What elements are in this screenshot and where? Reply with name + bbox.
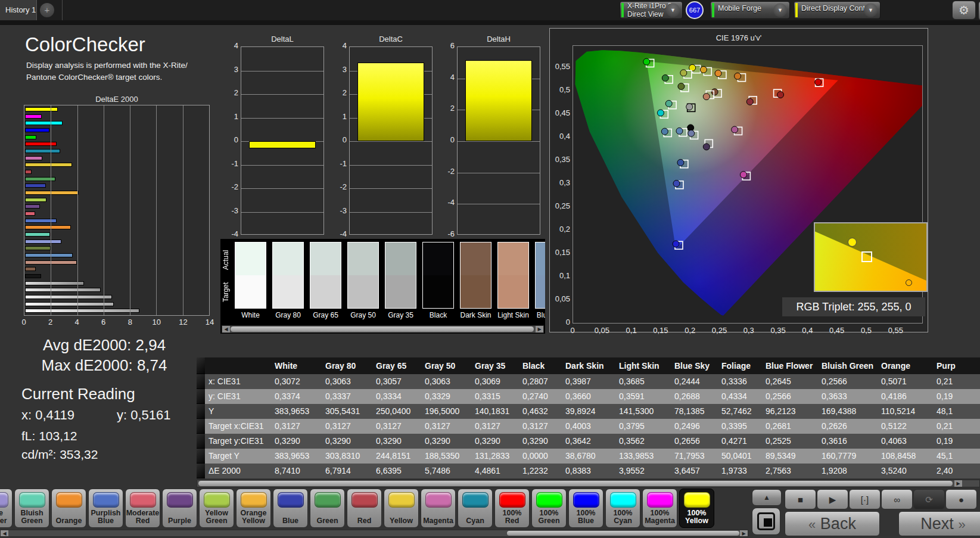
patch-button-100-blue[interactable]: 100% Blue (568, 489, 603, 528)
meter-dropdown[interactable]: X-Rite i1Pro 3 Direct View ▼ (620, 1, 683, 19)
axis-tick-label: 6 (439, 41, 455, 50)
chevron-down-icon[interactable]: ▼ (864, 4, 878, 17)
loop-button[interactable]: ∞ (881, 489, 913, 509)
scroll-left-icon[interactable]: ◀ (222, 326, 230, 332)
patch-color-swatch (241, 492, 267, 508)
patch-button-purplish-blue[interactable]: Purplish Blue (88, 489, 123, 528)
table-scrollbar[interactable]: ▶ (197, 480, 980, 487)
patch-label: 100% Magenta (643, 508, 677, 527)
patch-button-orange[interactable]: Orange (51, 489, 86, 528)
swatch-label: Light Skin (497, 311, 529, 319)
gridline (350, 165, 432, 166)
patch-button-yellow[interactable]: Yellow (384, 489, 419, 528)
row-label: Target y:CIE31 (205, 434, 271, 449)
record-button[interactable]: ● (945, 489, 977, 509)
table-edge-cell (197, 464, 205, 478)
play-button[interactable]: ▶ (817, 489, 848, 509)
patch-label: Purplish Blue (89, 508, 123, 527)
axis-tick-label: 0,45 (550, 108, 570, 117)
refresh-button[interactable]: ⟳ (913, 489, 945, 509)
patch-scrollbar[interactable]: ◀ ▶ (0, 530, 748, 537)
axis-tick-label: 0,25 (712, 326, 727, 335)
swatch-box (460, 242, 491, 309)
patch-button-moderate-red[interactable]: Moderate Red (125, 489, 160, 528)
deltae-bar-orange (25, 225, 71, 229)
swatch-label: Gray 65 (310, 311, 341, 319)
scrollbar-thumb[interactable] (231, 326, 534, 332)
patch-color-swatch (499, 492, 525, 508)
swatch-actual (536, 242, 545, 275)
cie-measured-point (662, 74, 668, 81)
scroll-right-icon[interactable]: ▶ (536, 326, 543, 332)
tab-history-1[interactable]: History 1 (0, 0, 37, 20)
cie-zoom-inset (814, 222, 928, 292)
table-cell: 0,2645 (762, 374, 818, 389)
patch-button-100-red[interactable]: 100% Red (494, 489, 530, 528)
gear-icon[interactable]: ⚙ (952, 1, 976, 20)
back-button[interactable]: « Back (785, 511, 880, 536)
table-cell: 110,5214 (878, 404, 933, 419)
swatch-label: Blue Sky (535, 311, 545, 319)
control-dropdown[interactable]: Direct Display Control ▼ (794, 1, 881, 19)
table-cell: 3,5240 (878, 464, 933, 478)
axis-tick-label: -3 (331, 206, 347, 215)
delta-bar (465, 60, 532, 141)
scrollbar-thumb[interactable] (198, 481, 953, 486)
table-cell: 0,2740 (519, 389, 562, 404)
patch-button-red[interactable]: Red (347, 489, 382, 528)
swatch-scrollbar[interactable]: ◀ ▶ (222, 325, 544, 333)
table-cell: 141,5300 (615, 404, 671, 419)
patch-button-magenta[interactable]: Magenta (421, 489, 456, 528)
scroll-right-icon[interactable]: ▶ (740, 530, 748, 536)
scroll-right-icon[interactable]: ▶ (954, 480, 962, 487)
step-range-button[interactable]: [·] (849, 489, 881, 509)
gridline (350, 212, 432, 213)
patch-label: 100% Blue (569, 508, 603, 527)
stop-pattern-button[interactable] (752, 508, 780, 535)
swatch-gray-35: Gray 35 (385, 242, 416, 319)
chevron-down-icon[interactable]: ▼ (666, 4, 680, 17)
scroll-left-icon[interactable]: ◀ (1, 530, 8, 536)
patch-label: Bluish Green (15, 508, 49, 527)
table-cell: 303,8310 (322, 449, 372, 464)
scroll-up-button[interactable]: ▲ (752, 489, 782, 506)
patch-button-blue-flower[interactable]: Blue Flower (0, 489, 13, 528)
axis-tick-label: 0,15 (550, 248, 570, 257)
table-edge-cell (197, 357, 205, 374)
patch-button-orange-yellow[interactable]: Orange Yellow (236, 489, 271, 528)
patch-button-100-yellow[interactable]: 100% Yellow (679, 489, 714, 528)
patch-label: Orange Yellow (237, 508, 270, 527)
row-label: ΔE 2000 (205, 464, 271, 478)
scrollbar-thumb[interactable] (507, 531, 739, 536)
patch-button-yellow-green[interactable]: Yellow Green (199, 489, 234, 528)
patch-button-100-magenta[interactable]: 100% Magenta (642, 489, 677, 528)
chevron-down-icon[interactable]: ▼ (773, 4, 787, 17)
deltae-bar-blue-sky (25, 253, 73, 257)
patch-button-purple[interactable]: Purple (162, 489, 197, 528)
add-tab-button[interactable]: + (40, 3, 54, 17)
source-dropdown[interactable]: Mobile Forge ▼ (710, 1, 790, 19)
swatch-box (310, 242, 341, 309)
axis-tick-label: 2 (223, 88, 238, 97)
table-cell: 2,7563 (762, 464, 818, 478)
patch-button-bluish-green[interactable]: Bluish Green (14, 489, 49, 528)
cie-measured-point (688, 130, 695, 136)
table-cell: 0,19 (933, 389, 980, 404)
patch-label: Yellow Green (200, 508, 234, 527)
inset-measured-dot (848, 238, 857, 247)
deltae-bar-gray-50 (25, 288, 101, 292)
table-edge-cell (197, 449, 205, 464)
next-button[interactable]: Next » (898, 511, 980, 536)
deltae-bar-purple (25, 204, 40, 209)
patch-button-100-cyan[interactable]: 100% Cyan (605, 489, 640, 528)
axis-tick-label: 0,4 (550, 132, 570, 141)
axis-tick-label: 0,1 (550, 271, 570, 280)
patch-button-100-green[interactable]: 100% Green (531, 489, 567, 528)
actual-label: Actual (222, 244, 231, 276)
patch-button-green[interactable]: Green (310, 489, 345, 528)
patch-button-blue[interactable]: Blue (273, 489, 308, 528)
stop-button[interactable]: ■ (785, 489, 816, 509)
axis-tick-label: 0 (223, 135, 238, 144)
patch-button-cyan[interactable]: Cyan (458, 489, 493, 528)
deltae-bar-yellow-green (25, 198, 46, 202)
